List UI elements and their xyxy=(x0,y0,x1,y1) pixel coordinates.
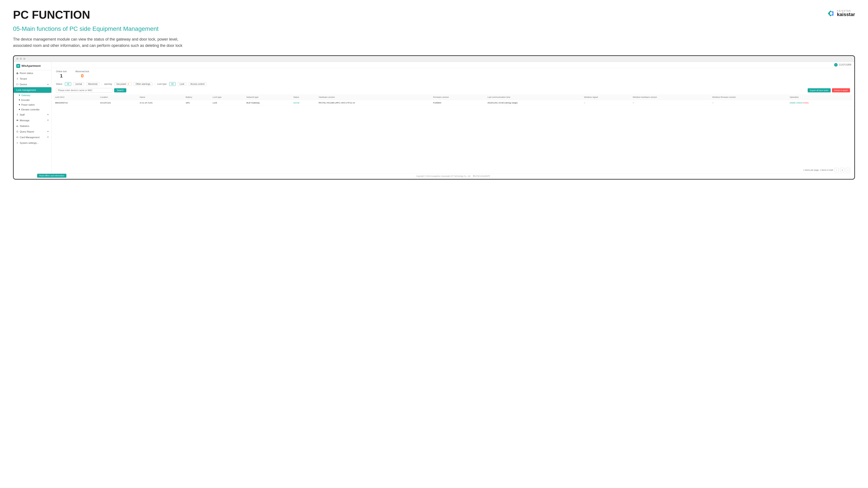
col-battery: Battery xyxy=(184,94,212,100)
svg-rect-12 xyxy=(17,131,18,132)
svg-point-17 xyxy=(17,142,18,143)
sidebar-item-encoder[interactable]: Encoder xyxy=(14,98,52,102)
svg-rect-5 xyxy=(17,84,18,85)
sidebar-item-tenant[interactable]: Tenant xyxy=(14,76,52,82)
op-details[interactable]: Details xyxy=(790,102,796,104)
description: The device management module can view th… xyxy=(13,36,208,49)
sidebar-label-power-switch: Power switch xyxy=(21,103,35,106)
sidebar-item-card-management[interactable]: Card Management ▼ xyxy=(14,134,52,140)
action-buttons: Export all door locks Delete in batch xyxy=(808,88,850,92)
col-wireless-signal: Wireless signal xyxy=(583,94,631,100)
subtitle: 05-Main functions of PC side Equipment M… xyxy=(13,25,855,32)
page-1-btn[interactable]: 1 xyxy=(840,168,844,172)
user-id: 11167U1858 xyxy=(839,64,851,66)
pagination-row: 1 items per page, 1 items in total ‹ 1 › xyxy=(52,167,854,173)
card-icon xyxy=(16,136,19,138)
user-avatar: U xyxy=(834,63,838,67)
delete-batch-btn[interactable]: Delete in batch xyxy=(832,88,850,92)
svg-rect-9 xyxy=(17,126,17,127)
sidebar-label-device: Device xyxy=(20,83,27,86)
svg-rect-7 xyxy=(17,120,18,121)
col-last-comm: Last communication time xyxy=(486,94,583,100)
elevator-dot xyxy=(19,109,20,110)
sidebar-item-statistics[interactable]: Statistics xyxy=(14,123,52,129)
sidebar-item-gateway[interactable]: Gateway xyxy=(14,93,52,98)
lock-type-all-btn[interactable]: All xyxy=(169,82,176,86)
sidebar-label-message: Message xyxy=(20,119,30,122)
lock-type-access-btn[interactable]: Access control xyxy=(188,82,206,86)
col-firmware-version: Firmware version xyxy=(432,94,486,100)
card-arrow: ▼ xyxy=(47,136,49,138)
home-icon xyxy=(16,72,19,74)
warning-other-btn[interactable]: Other warnings xyxy=(134,82,152,86)
read-card-btn[interactable]: Read offline card information xyxy=(37,174,66,177)
staff-arrow: ▼ xyxy=(47,113,49,116)
sidebar-label-encoder: Encoder xyxy=(21,99,30,101)
sidebar-item-message[interactable]: Message ▼ xyxy=(14,118,52,123)
brand-name: kaisstar xyxy=(837,12,855,17)
person-icon xyxy=(16,78,19,80)
search-button[interactable]: Search xyxy=(114,88,126,92)
sidebar-label-query-report: Query Report xyxy=(20,130,34,133)
lock-table: Lock MAC Location Name Battery Lock type… xyxy=(54,94,852,106)
sidebar-logo: W WisApartment xyxy=(14,62,52,70)
footer-icp: 粤ICP证12034359号 xyxy=(473,175,490,177)
page-title: PC FUNCTION xyxy=(13,9,90,21)
warning-low-power-btn[interactable]: low power ⚡ xyxy=(115,82,131,86)
sidebar-item-power-switch[interactable]: Power switch xyxy=(14,102,52,107)
page-prev-btn[interactable]: ‹ xyxy=(834,168,839,172)
stats-row: Online lock 1 Abnormal lock 0 xyxy=(52,68,854,81)
sidebar-label-elevator: Elevator controller xyxy=(21,108,40,111)
device-icon xyxy=(16,83,19,86)
sidebar-item-room-status[interactable]: Room status xyxy=(14,70,52,76)
title-area: PC FUNCTION xyxy=(13,9,90,21)
sidebar-label-statistics: Statistics xyxy=(20,125,29,127)
gateway-dot xyxy=(19,95,20,96)
svg-rect-2 xyxy=(17,73,18,74)
app-footer: Copyright © 2018 Guangzhou Huanangle IOT… xyxy=(52,173,854,179)
top-bar: U 11167U1858 xyxy=(52,62,854,68)
online-lock-label: Online lock xyxy=(56,70,67,73)
pagination-info: 1 items per page, 1 items in total xyxy=(803,169,833,171)
col-status: Status xyxy=(292,94,317,100)
sidebar-item-device[interactable]: Device ▲ xyxy=(14,82,52,87)
table-body: 8863255071e4A11FA1014-A1-1F-A10118%LockB… xyxy=(54,100,852,105)
sidebar-item-lock-management[interactable]: Lock management xyxy=(14,87,52,93)
footer-copyright: Copyright © 2018 Guangzhou Huanangle IOT… xyxy=(416,175,471,177)
svg-point-6 xyxy=(17,114,18,115)
op-unbind[interactable]: Unbind xyxy=(796,102,803,104)
online-lock-stat: Online lock 1 xyxy=(56,70,67,79)
col-operation: Operation xyxy=(788,94,852,100)
filters-row: Status: All normal Abnormal | warning: l… xyxy=(52,81,854,87)
col-wireless-fw: Wireless firmware version xyxy=(711,94,788,100)
query-arrow: ▼ xyxy=(47,131,49,132)
svg-rect-15 xyxy=(17,137,18,138)
abnormal-lock-stat: Abnormal lock 0 xyxy=(75,70,89,79)
warning-label: warning: xyxy=(104,83,113,85)
op-delete[interactable]: Delete xyxy=(803,102,809,104)
sidebar-item-staff[interactable]: Staff ▼ xyxy=(14,112,52,118)
kaisstar-icon xyxy=(826,9,835,18)
lock-type-label: Lock type: xyxy=(157,83,167,85)
svg-marker-3 xyxy=(16,72,19,73)
app-name: WisApartment xyxy=(22,64,40,67)
sidebar-item-system-settings[interactable]: System settings... xyxy=(14,140,52,146)
col-location: Location xyxy=(99,94,138,100)
page-next-btn[interactable]: › xyxy=(846,168,850,172)
browser-dot-3 xyxy=(23,58,25,60)
svg-rect-11 xyxy=(18,126,18,127)
col-lock-mac: Lock MAC xyxy=(54,94,99,100)
device-arrow: ▲ xyxy=(47,83,49,85)
abnormal-lock-label: Abnormal lock xyxy=(75,70,89,73)
staff-icon xyxy=(16,113,19,116)
settings-icon xyxy=(16,142,19,144)
sidebar-item-elevator[interactable]: Elevator controller xyxy=(14,107,52,112)
status-normal-btn[interactable]: normal xyxy=(73,82,84,86)
sidebar-item-query-report[interactable]: Query Report ▼ xyxy=(14,129,52,134)
status-abnormal-btn[interactable]: Abnormal xyxy=(86,82,99,86)
export-btn[interactable]: Export all door locks xyxy=(808,88,831,92)
status-all-btn[interactable]: All xyxy=(65,82,71,86)
lock-type-lock-btn[interactable]: Lock xyxy=(178,82,186,86)
search-input[interactable] xyxy=(56,88,113,93)
col-lock-type: Lock type xyxy=(211,94,245,100)
